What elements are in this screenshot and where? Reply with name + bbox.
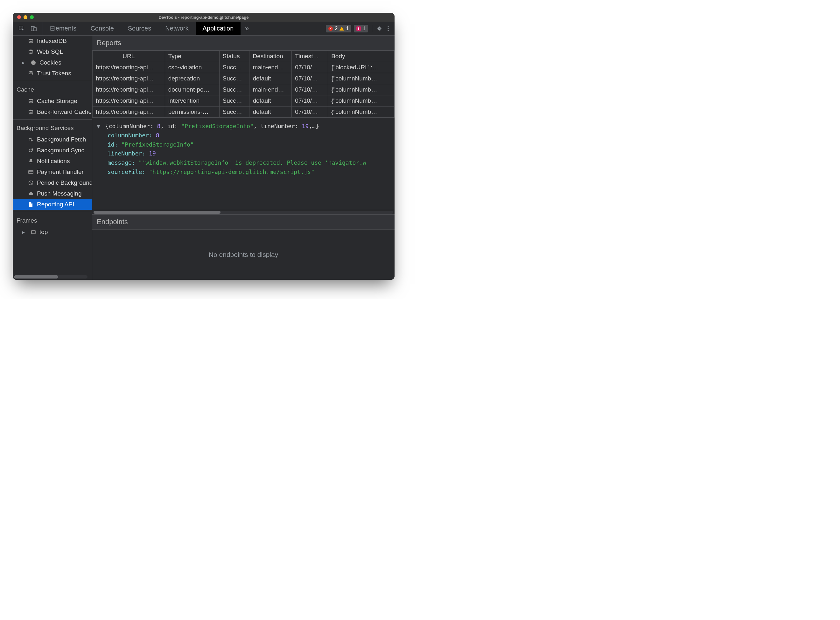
settings-icon[interactable]: [376, 26, 383, 32]
sidebar-item-indexeddb[interactable]: IndexedDB: [13, 36, 92, 47]
sidebar-item-payment-handler[interactable]: Payment Handler: [13, 167, 92, 178]
sidebar-item-label: Notifications: [37, 158, 70, 165]
report-cell-body: {"blockedURL":…: [328, 62, 395, 73]
svg-point-11: [33, 63, 33, 64]
reporting-api-panel: Reports URLTypeStatusDestinationTimest…B…: [92, 36, 395, 280]
devtools-toolbar: Elements Console Sources Network Applica…: [13, 22, 395, 36]
report-row[interactable]: https://reporting-api…document-po…Succ…m…: [93, 84, 395, 95]
db-icon: [28, 109, 34, 115]
details-horizontal-scrollbar[interactable]: [92, 210, 395, 214]
tab-application[interactable]: Application: [196, 22, 241, 35]
report-cell-status: Succ…: [219, 84, 249, 95]
report-row[interactable]: https://reporting-api…permissions-…Succ……: [93, 107, 395, 117]
sidebar-item-back-forward-cache[interactable]: Back-forward Cache: [13, 107, 92, 117]
tab-console[interactable]: Console: [83, 22, 121, 35]
report-cell-timestamp: 07/10/…: [292, 62, 328, 73]
svg-point-4: [388, 28, 389, 29]
sidebar-item-background-fetch[interactable]: Background Fetch: [13, 134, 92, 145]
sidebar-divider: [13, 119, 92, 120]
report-cell-url: https://reporting-api…: [93, 73, 165, 84]
minimize-window-button[interactable]: [24, 15, 27, 19]
db-icon: [28, 49, 34, 55]
report-cell-body: {"columnNumb…: [328, 73, 395, 84]
cache-heading: Cache: [13, 83, 92, 96]
report-cell-status: Succ…: [219, 95, 249, 107]
sidebar-item-reporting-api[interactable]: Reporting API: [13, 199, 92, 210]
detail-row: message: "'window.webkitStorageInfo' is …: [97, 158, 390, 167]
report-cell-url: https://reporting-api…: [93, 95, 165, 107]
sync-icon: [28, 147, 34, 153]
sidebar-horizontal-scrollbar[interactable]: [14, 275, 87, 278]
card-icon: [28, 169, 34, 175]
sidebar-item-label: Payment Handler: [37, 169, 84, 176]
detail-row: id: "PrefixedStorageInfo": [97, 140, 390, 149]
tab-sources[interactable]: Sources: [121, 22, 158, 35]
reports-col-url[interactable]: URL: [93, 51, 165, 62]
sidebar-item-background-sync[interactable]: Background Sync: [13, 145, 92, 156]
sidebar-item-periodic-background-sync[interactable]: Periodic Background Sync: [13, 178, 92, 188]
report-cell-url: https://reporting-api…: [93, 84, 165, 95]
clock-icon: [28, 180, 34, 186]
reports-col-type[interactable]: Type: [165, 51, 219, 62]
sidebar-item-label: Push Messaging: [37, 190, 81, 197]
svg-point-9: [32, 62, 33, 62]
report-cell-destination: default: [249, 73, 292, 84]
device-toolbar-icon[interactable]: [30, 26, 37, 32]
sidebar-item-cookies[interactable]: Cookies: [13, 57, 92, 68]
report-cell-status: Succ…: [219, 107, 249, 117]
sidebar-item-label: IndexedDB: [37, 38, 67, 45]
detail-summary-row[interactable]: ▼ {columnNumber: 8, id: "PrefixedStorage…: [97, 122, 390, 131]
collapse-toggle-icon[interactable]: ▼: [97, 122, 102, 131]
console-issues-badge[interactable]: ✕ 2 1: [326, 25, 351, 32]
svg-point-6: [29, 39, 33, 40]
zoom-window-button[interactable]: [30, 15, 34, 19]
sidebar-item-web-sql[interactable]: Web SQL: [13, 47, 92, 57]
detail-row: columnNumber: 8: [97, 131, 390, 140]
reports-col-destination[interactable]: Destination: [249, 51, 292, 62]
reports-col-body[interactable]: Body: [328, 51, 395, 62]
sidebar-item-label: Trust Tokens: [37, 70, 71, 77]
svg-point-10: [34, 62, 35, 63]
warning-icon: [339, 27, 344, 30]
sidebar-item-top[interactable]: top: [13, 227, 92, 238]
db-icon: [28, 71, 34, 76]
tab-network[interactable]: Network: [158, 22, 195, 35]
sidebar-item-push-messaging[interactable]: Push Messaging: [13, 188, 92, 199]
report-cell-body: {"columnNumb…: [328, 84, 395, 95]
sidebar-item-trust-tokens[interactable]: Trust Tokens: [13, 68, 92, 79]
reports-col-status[interactable]: Status: [219, 51, 249, 62]
kebab-menu-icon[interactable]: [385, 26, 391, 32]
issues-badge[interactable]: ▮ 1: [354, 25, 368, 32]
endpoints-empty-message: No endpoints to display: [92, 230, 395, 280]
background-services-heading: Background Services: [13, 122, 92, 134]
more-tabs-button[interactable]: »: [241, 22, 253, 35]
report-cell-timestamp: 07/10/…: [292, 95, 328, 107]
sidebar-item-label: Reporting API: [37, 201, 74, 208]
report-row[interactable]: https://reporting-api…interventionSucc…d…: [93, 95, 395, 107]
svg-rect-15: [29, 170, 33, 174]
report-cell-type: permissions-…: [165, 107, 219, 117]
tab-elements[interactable]: Elements: [43, 22, 83, 35]
report-cell-destination: default: [249, 95, 292, 107]
report-cell-body: {"columnNumb…: [328, 95, 395, 107]
db-icon: [28, 98, 34, 104]
svg-point-8: [31, 60, 36, 65]
reports-col-timest[interactable]: Timest…: [292, 51, 328, 62]
sidebar-item-notifications[interactable]: Notifications: [13, 156, 92, 167]
traffic-lights: [13, 15, 34, 19]
frames-heading: Frames: [13, 214, 92, 227]
sidebar-divider: [13, 81, 92, 81]
sidebar-item-label: Background Sync: [37, 147, 84, 154]
inspect-element-icon[interactable]: [18, 26, 25, 32]
window-title: DevTools - reporting-api-demo.glitch.me/…: [13, 15, 395, 20]
report-cell-url: https://reporting-api…: [93, 107, 165, 117]
sidebar-item-label: Cookies: [39, 59, 62, 66]
detail-row: lineNumber: 19: [97, 149, 390, 158]
report-row[interactable]: https://reporting-api…deprecationSucc…de…: [93, 73, 395, 84]
updown-icon: [28, 137, 34, 143]
sidebar-item-label: Background Fetch: [37, 136, 86, 143]
report-row[interactable]: https://reporting-api…csp-violationSucc……: [93, 62, 395, 73]
devtools-window: DevTools - reporting-api-demo.glitch.me/…: [13, 13, 395, 280]
close-window-button[interactable]: [17, 15, 21, 19]
sidebar-item-cache-storage[interactable]: Cache Storage: [13, 96, 92, 107]
